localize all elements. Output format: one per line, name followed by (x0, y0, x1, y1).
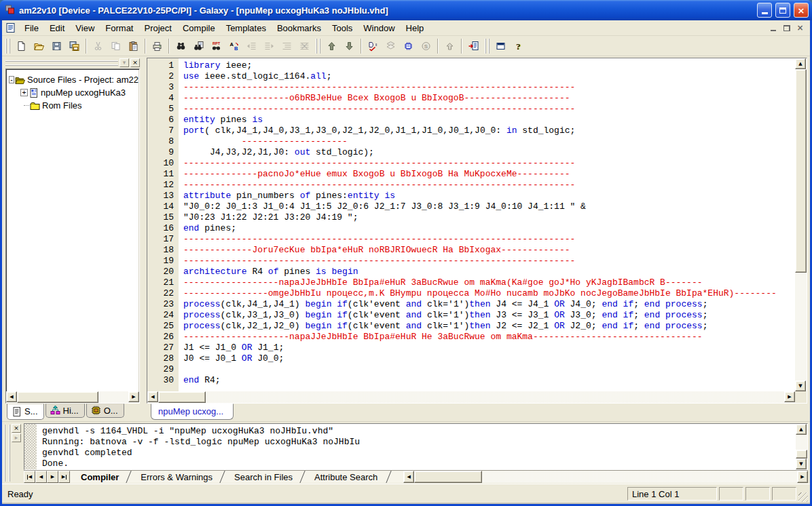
scroll-right-button[interactable]: ▶ (128, 391, 139, 402)
scroll-left-button[interactable]: ◀ (147, 391, 158, 402)
code-text[interactable]: library ieee;use ieee.std_logic_1164.all… (179, 58, 795, 391)
resize-grip[interactable] (798, 492, 808, 502)
panel-tab-hierarchy[interactable]: Hi... (45, 404, 85, 418)
tree-horizontal-scrollbar[interactable]: ◀ ▶ (6, 391, 139, 403)
tree-item-label[interactable]: npuMep ucxogHuKa3 (39, 87, 127, 98)
paste-button[interactable] (125, 38, 142, 54)
project-panel-header[interactable]: ▾ × (5, 58, 140, 68)
menu-item-file[interactable]: File (19, 22, 44, 35)
output-tab-errors-warnings[interactable]: Errors & Warnings (130, 471, 223, 483)
save-button[interactable] (48, 38, 65, 54)
output-tab-compiler[interactable]: Compiler (70, 471, 130, 483)
output-panel-gripper[interactable] (4, 425, 10, 482)
menu-item-bookmarks[interactable]: Bookmarks (272, 22, 327, 35)
panel-tab-source-files[interactable]: S... (7, 404, 44, 420)
panel-splitter[interactable] (141, 56, 147, 421)
scroll-track[interactable] (98, 391, 128, 403)
save-all-button[interactable] (66, 38, 83, 54)
goto-line-button[interactable] (465, 38, 482, 54)
panel-close-button[interactable]: × (130, 58, 140, 67)
output-vertical-scrollbar[interactable]: ▲ ▼ (796, 424, 807, 469)
fit-device-button[interactable] (400, 38, 417, 54)
menu-item-format[interactable]: Format (100, 22, 139, 35)
tab-scroll-last-button[interactable]: ▶ (58, 471, 70, 483)
menu-item-help[interactable]: Help (401, 22, 430, 35)
help-button[interactable]: ?? (510, 38, 527, 54)
menu-item-templates[interactable]: Templates (221, 22, 272, 35)
scroll-up-button[interactable]: ▲ (795, 58, 806, 69)
menu-item-window[interactable]: Window (358, 22, 400, 35)
editor-vertical-scrollbar[interactable]: ▲ ▼ (795, 58, 807, 391)
scroll-track[interactable] (795, 273, 807, 381)
tree-item-label[interactable]: Source Files - Project: am22 (26, 75, 139, 85)
tab-scroll-prev-button[interactable]: ◀ (35, 471, 47, 483)
mdi-minimize-button[interactable] (767, 23, 779, 33)
menu-item-project[interactable]: Project (139, 22, 177, 35)
scroll-down-button[interactable]: ▼ (795, 381, 806, 391)
scroll-down-button[interactable]: ▼ (796, 459, 807, 469)
scroll-thumb[interactable] (796, 450, 807, 459)
expand-toggle[interactable]: + (20, 89, 28, 96)
maximize-button[interactable] (775, 3, 790, 18)
panel-tab-device[interactable]: O... (86, 404, 124, 418)
compile-button[interactable] (365, 38, 382, 54)
scroll-left-button[interactable]: ◀ (6, 391, 17, 402)
device-icon (90, 405, 102, 416)
scroll-right-button[interactable]: ▶ (784, 391, 795, 402)
move-down-button[interactable] (341, 38, 358, 54)
scroll-thumb[interactable] (795, 69, 807, 273)
toolbar-gripper[interactable] (5, 39, 10, 54)
scroll-thumb[interactable] (17, 391, 98, 403)
toolbar-gripper[interactable] (316, 39, 320, 54)
open-folder-button[interactable] (31, 38, 48, 54)
output-body[interactable]: genvhdl -s 1164_VHDL -i "npuMep ucxogHuK… (24, 424, 796, 469)
toolbar-gripper[interactable] (485, 39, 490, 54)
panel-gripper[interactable] (5, 60, 118, 66)
tree-item[interactable]: +npuMep ucxogHuKa3 (20, 86, 138, 99)
output-text[interactable]: genvhdl -s 1164_VHDL -i "npuMep ucxogHuK… (37, 424, 796, 469)
scroll-right-button[interactable]: ▶ (797, 471, 808, 483)
minimize-button[interactable] (757, 3, 772, 18)
scroll-left-button[interactable]: ◀ (403, 471, 414, 483)
output-close-button[interactable]: × (12, 424, 21, 433)
menu-item-view[interactable]: View (70, 22, 100, 35)
menu-item-tools[interactable]: Tools (327, 22, 358, 35)
collapse-toggle[interactable]: - (9, 76, 14, 83)
title-bar[interactable]: am22v10 [Device - PALCE22V10-25PC/PI] - … (0, 0, 812, 20)
replace-button[interactable]: AB (225, 38, 242, 54)
find-report-button[interactable]: RPT (208, 38, 225, 54)
find-in-files-button[interactable] (190, 38, 207, 54)
close-button[interactable]: × (794, 3, 809, 18)
mdi-close-button[interactable]: × (794, 23, 806, 33)
tree-item-label[interactable]: Rom Files (41, 100, 84, 111)
print-button[interactable] (149, 38, 166, 54)
new-document-button[interactable] (13, 38, 30, 54)
output-tab-attribute-search[interactable]: Attribute Search (303, 471, 388, 483)
document-tab[interactable]: npuMep ucxog... (151, 404, 234, 420)
editor-horizontal-scrollbar[interactable]: ◀ ▶ (147, 391, 795, 403)
scroll-track[interactable] (206, 391, 784, 403)
scroll-track[interactable] (796, 435, 807, 450)
panel-menu-button[interactable]: ▾ (119, 58, 129, 67)
mdi-restore-button[interactable] (781, 23, 792, 33)
tab-scroll-first-button[interactable]: ◀ (24, 471, 35, 483)
find-button[interactable] (172, 38, 189, 54)
move-up-button[interactable] (323, 38, 340, 54)
scroll-track[interactable] (482, 471, 797, 483)
code-editor[interactable]: 1234567891011121314151617181920212223242… (147, 58, 795, 391)
new-window-button[interactable] (492, 38, 509, 54)
toolbar-separator (437, 39, 439, 54)
code-token: (clk,J2_1,J2_0) (221, 321, 306, 331)
tab-scroll-next-button[interactable]: ▶ (47, 471, 58, 483)
scroll-thumb[interactable] (414, 471, 482, 483)
output-expand-button[interactable]: ▸ (12, 433, 21, 442)
scroll-thumb[interactable] (158, 391, 206, 403)
output-tab-search-in-files[interactable]: Search in Files (223, 471, 303, 483)
tree-item[interactable]: Rom Files (20, 99, 138, 112)
scroll-up-button[interactable]: ▲ (796, 424, 807, 435)
menu-item-edit[interactable]: Edit (44, 22, 70, 35)
project-tree[interactable]: -Source Files - Project: am22+npuMep ucx… (6, 69, 139, 391)
tab-row-scrollbar[interactable]: ◀ ▶ (403, 471, 808, 483)
tree-item[interactable]: -Source Files - Project: am22 (9, 73, 138, 86)
menu-item-compile[interactable]: Compile (177, 22, 221, 35)
